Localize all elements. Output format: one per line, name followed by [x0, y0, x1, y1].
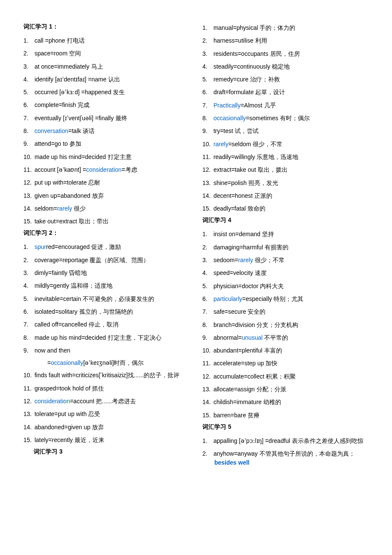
text-span: physician=doctor 内科大夫: [213, 283, 284, 289]
text-span: steadily=continuously 稳定地: [213, 63, 290, 70]
list-item: 2. harness=utilise 利用: [202, 34, 369, 47]
list-item: 11. readily=willingly 乐意地，迅速地: [202, 150, 369, 163]
text-span: account [əˈkaʊnt] =: [35, 166, 86, 173]
section-3-list: 1. manual=physical 手的；体力的2. harness=util…: [202, 21, 369, 215]
right-column: 1. manual=physical 手的；体力的2. harness=util…: [202, 21, 369, 471]
item-number: 13.: [202, 385, 212, 393]
list-item: 1. insist on=demand 坚持: [202, 228, 369, 240]
text-span: consideration: [35, 398, 70, 405]
item-number: 10.: [202, 140, 212, 148]
text-span: remedy=cure 治疗；补救: [213, 76, 280, 83]
text-span: allocate=assign 分配；分派: [213, 386, 286, 393]
text-span: conversation: [35, 127, 68, 134]
text-span: extract=take out 取出，拨出: [213, 166, 288, 173]
list-item: 8. conversation=talk 谈话: [23, 124, 190, 137]
item-number: 15.: [202, 411, 212, 419]
text-span: coverage=reportage 覆盖（的区域、范围）: [35, 257, 150, 263]
item-number: 8.: [202, 114, 212, 122]
item-number: 1.: [202, 230, 212, 238]
list-item: 12. accumulate=collect 积累；积聚: [202, 370, 369, 383]
text-span: =Almost 几乎: [241, 102, 276, 109]
text-span: =account 把......考虑进去: [70, 398, 135, 405]
list-item: 6. draft=formulate 起草，设计: [202, 86, 369, 98]
item-number: 7.: [202, 101, 212, 110]
text-span: speed=velocity 速度: [213, 269, 267, 276]
item-number: 5.: [202, 75, 212, 84]
item-number: 14.: [23, 423, 33, 431]
list-item: 3. at once=immediately 马上: [23, 60, 190, 73]
item-number: 2.: [202, 36, 212, 45]
item-number: 13.: [23, 410, 33, 418]
text-span: isolated=solitary 孤立的，与世隔绝的: [35, 308, 133, 315]
text-span: appalling [əˈpɔːlɪŋ] =dreadful 表示条件之差使人感…: [213, 437, 363, 444]
item-number: 3.: [202, 49, 212, 58]
text-span: occurred [əˈkɜːd] =happened 发生: [35, 89, 125, 95]
list-item: 11. grasped=took hold of 抓住: [23, 382, 190, 395]
text-span: =: [47, 359, 51, 366]
text-span: identify [aɪˈdentɪfaɪ] =name 认出: [35, 76, 120, 83]
list-item: 6. isolated=solitary 孤立的，与世隔绝的: [23, 305, 190, 318]
text-span: rarely: [213, 141, 228, 147]
list-item: 1. manual=physical 手的；体力的: [202, 21, 369, 34]
text-span: spur: [35, 243, 46, 250]
item-number: 10.: [23, 371, 33, 379]
text-span: sedoom=: [213, 257, 238, 263]
text-span: rarely: [57, 205, 72, 212]
text-span: accumulate=collect 积累；积聚: [213, 373, 296, 380]
text-span: residents=occupants 居民，住房: [213, 50, 300, 57]
text-span: 很少: [72, 205, 86, 212]
list-item: 5. remedy=cure 治疗；补救: [202, 73, 369, 86]
list-item: 4. steadily=continuously 稳定地: [202, 60, 369, 73]
text-span: besides well: [214, 459, 249, 466]
text-span: insist on=demand 坚持: [213, 231, 274, 237]
item-number: 6.: [23, 307, 33, 316]
text-span: attend=go to 参加: [35, 140, 81, 147]
text-span: abnormal=: [213, 334, 242, 341]
item-number: 11.: [202, 153, 212, 161]
text-span: space=room 空间: [35, 50, 81, 57]
list-item: 8. occasionally=sometimes 有时；偶尔: [202, 112, 369, 124]
item-number: 4.: [202, 269, 212, 277]
text-span: eventually [ɪˈventʃuəli] =finally 最终: [35, 115, 127, 121]
left-column: 词汇学习 1： 1. call =phone 打电话2. space=room …: [23, 21, 190, 471]
item-number: 1.: [202, 23, 212, 32]
text-span: =sometimes 有时；偶尔: [246, 115, 310, 121]
list-item: 14. seldom=rarely 很少: [23, 202, 190, 215]
text-span: rarely: [238, 257, 253, 263]
text-span: try=test 试，尝试: [213, 127, 259, 134]
text-span: decent=honest 正派的: [213, 192, 272, 199]
section-1-list: 1. call =phone 打电话2. space=room 空间3. at …: [23, 34, 190, 228]
item-number: 14.: [202, 191, 212, 200]
item-number: 13.: [202, 179, 212, 187]
text-span: harness=utilise 利用: [213, 37, 267, 44]
section-4-list: 1. insist on=demand 坚持2. damaging=harmfu…: [202, 228, 369, 421]
item-number: 14.: [23, 204, 33, 213]
item-number: 2.: [23, 49, 33, 58]
item-number: 12.: [202, 372, 212, 381]
list-item-sub: =occasionally[əˈkeɪʒnəli]时而，偶尔: [23, 357, 190, 369]
text-span: called off=cancelled 停止，取消: [35, 321, 118, 328]
item-number: 3.: [202, 256, 212, 264]
item-number: 8.: [23, 333, 33, 342]
item-number: 9.: [23, 346, 33, 355]
list-item: 2. damaging=harmful 有损害的: [202, 241, 369, 254]
item-number: 14.: [202, 398, 212, 406]
text-span: seldom=: [35, 205, 57, 212]
item-number: 2.: [202, 449, 212, 458]
item-number: 8.: [23, 127, 33, 135]
text-span: branch=division 分支；分支机构: [213, 321, 299, 328]
text-span: at once=immediately 马上: [35, 63, 103, 70]
list-item: 13. shine=polish 照亮，发光: [202, 176, 369, 189]
text-span: readily=willingly 乐意地，迅速地: [213, 153, 299, 160]
list-item: 14. abandoned=given up 放弃: [23, 421, 190, 434]
item-number: 9.: [202, 333, 212, 342]
list-item: 8. made up his mind=decided 打定主意，下定决心: [23, 331, 190, 344]
list-item: 9. try=test 试，尝试: [202, 124, 369, 137]
text-span: safe=secure 安全的: [213, 308, 266, 315]
section-1-title: 词汇学习 1：: [23, 23, 190, 31]
text-span: particularly: [213, 295, 242, 302]
text-span: 很少；不常: [253, 257, 285, 263]
item-number: 8.: [202, 321, 212, 329]
list-item: 13. tolerate=put up with 忍受: [23, 408, 190, 420]
list-item: 10. made up his mind=decided 打定主意: [23, 150, 190, 163]
